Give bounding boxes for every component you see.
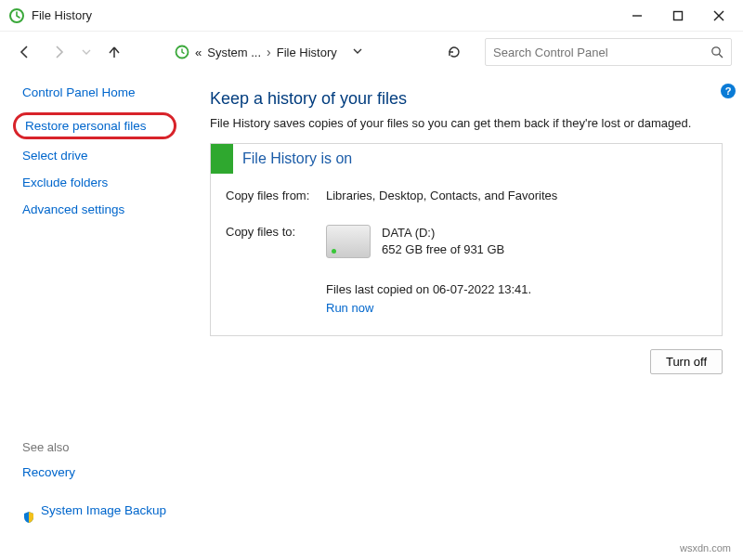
- window-title: File History: [32, 8, 92, 22]
- breadcrumb-ellipsis: «: [195, 46, 202, 59]
- see-also-system-image[interactable]: System Image Backup: [22, 503, 176, 530]
- last-copied-block: Files last copied on 06-07-2022 13:41. R…: [326, 280, 707, 317]
- copy-to-label: Copy files to:: [226, 225, 326, 258]
- window-controls: [619, 3, 737, 29]
- forward-button: [45, 38, 72, 66]
- svg-point-6: [712, 47, 720, 55]
- drive-free: 652 GB free of 931 GB: [382, 241, 504, 258]
- svg-line-7: [719, 54, 723, 58]
- see-also-recovery-label[interactable]: Recovery: [22, 465, 75, 479]
- minimize-button[interactable]: [619, 3, 656, 29]
- refresh-button[interactable]: [440, 38, 468, 66]
- status-header: File History is on: [211, 144, 722, 174]
- run-now-link[interactable]: Run now: [326, 301, 373, 315]
- status-body: Copy files from: Libraries, Desktop, Con…: [211, 174, 722, 335]
- close-button[interactable]: [700, 3, 737, 29]
- drive-text: DATA (D:) 652 GB free of 931 GB: [382, 225, 504, 258]
- control-panel-home-link[interactable]: Control Panel Home: [22, 85, 176, 99]
- copy-to-row: Copy files to: DATA (D:) 652 GB free of …: [226, 225, 707, 258]
- see-also-block: See also Recovery System Image Backup: [22, 440, 176, 541]
- status-panel: File History is on Copy files from: Libr…: [210, 143, 723, 336]
- watermark: wsxdn.com: [677, 541, 734, 554]
- see-also-system-image-label[interactable]: System Image Backup: [41, 503, 166, 517]
- sidebar: Control Panel Home Restore personal file…: [0, 72, 176, 560]
- drive-icon: [326, 225, 371, 258]
- search-input[interactable]: [493, 46, 723, 59]
- app-icon: [9, 8, 24, 23]
- search-box[interactable]: [485, 38, 732, 66]
- drive-name: DATA (D:): [382, 225, 504, 241]
- see-also-heading: See also: [22, 440, 176, 454]
- breadcrumb-item-1[interactable]: File History: [277, 46, 337, 59]
- content: Control Panel Home Restore personal file…: [0, 72, 743, 560]
- copy-from-row: Copy files from: Libraries, Desktop, Con…: [226, 189, 707, 202]
- sidebar-item-select-drive[interactable]: Select drive: [22, 149, 176, 163]
- help-button[interactable]: ?: [721, 84, 736, 98]
- turn-off-button[interactable]: Turn off: [650, 349, 723, 374]
- turn-off-row: Turn off: [210, 349, 723, 374]
- copy-from-label: Copy files from:: [226, 189, 326, 202]
- breadcrumb-item-0[interactable]: System ...: [207, 46, 261, 59]
- sidebar-item-advanced[interactable]: Advanced settings: [22, 202, 176, 216]
- page-subtitle: File History saves copies of your files …: [210, 116, 723, 130]
- sidebar-item-exclude-folders[interactable]: Exclude folders: [22, 176, 176, 189]
- svg-rect-2: [674, 11, 683, 20]
- shield-icon: [22, 511, 35, 524]
- search-icon: [710, 46, 723, 59]
- breadcrumb-icon: [175, 45, 189, 59]
- copy-from-value: Libraries, Desktop, Contacts, and Favori…: [326, 189, 707, 202]
- maximize-button[interactable]: [659, 3, 697, 29]
- breadcrumb[interactable]: « System ... File History: [167, 38, 427, 66]
- sidebar-item-restore[interactable]: Restore personal files: [13, 112, 176, 139]
- up-button[interactable]: [100, 38, 128, 66]
- page-heading: Keep a history of your files: [210, 89, 723, 109]
- breadcrumb-caret[interactable]: [352, 46, 363, 59]
- status-indicator-on: [211, 144, 233, 174]
- copy-to-value: DATA (D:) 652 GB free of 931 GB: [326, 225, 707, 258]
- see-also-recovery[interactable]: Recovery: [22, 465, 176, 492]
- breadcrumb-separator: [267, 45, 271, 59]
- status-title: File History is on: [242, 150, 352, 167]
- nav-row: « System ... File History: [0, 32, 743, 72]
- recent-dropdown[interactable]: [78, 38, 95, 66]
- main-panel: ? Keep a history of your files File Hist…: [176, 72, 743, 560]
- back-button[interactable]: [11, 38, 39, 66]
- titlebar: File History: [0, 0, 743, 32]
- last-copied-text: Files last copied on 06-07-2022 13:41.: [326, 280, 707, 299]
